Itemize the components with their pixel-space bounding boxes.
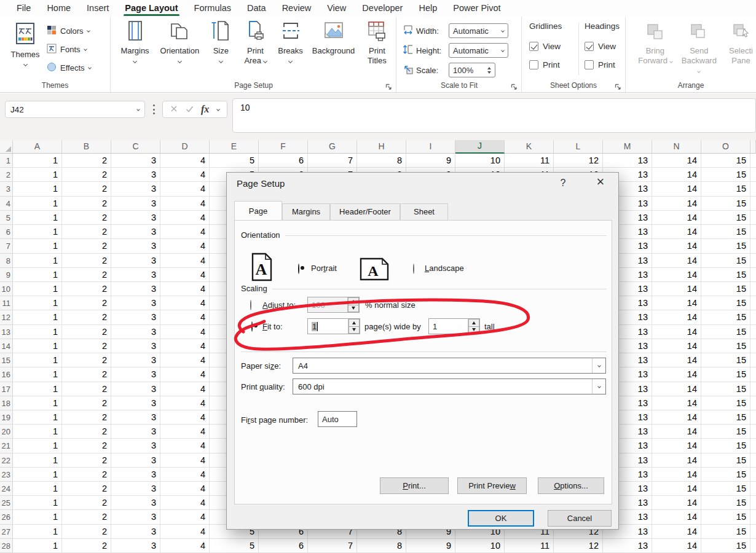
cell-N18[interactable]: 14 — [652, 396, 701, 410]
cell-D5[interactable]: 4 — [160, 211, 210, 225]
row-header-5[interactable]: 5 — [0, 211, 13, 225]
row-header-15[interactable]: 15 — [0, 353, 13, 367]
cell-C1[interactable]: 3 — [111, 154, 160, 168]
cell-O9[interactable]: 15 — [701, 268, 750, 282]
column-header-B[interactable]: B — [62, 140, 111, 154]
cell-J28[interactable]: 10 — [455, 539, 505, 553]
checkbox-icon[interactable] — [585, 60, 594, 69]
cell-A24[interactable]: 1 — [13, 482, 62, 496]
cell-A25[interactable]: 1 — [13, 496, 62, 510]
cell-B15[interactable]: 2 — [62, 353, 111, 367]
cell-O2[interactable]: 15 — [701, 168, 750, 182]
row-header-12[interactable]: 12 — [0, 310, 13, 324]
cell-D16[interactable]: 4 — [160, 367, 210, 382]
cell-B23[interactable]: 2 — [62, 468, 111, 482]
cell-A5[interactable]: 1 — [13, 211, 62, 225]
cell-A10[interactable]: 1 — [13, 282, 62, 296]
cell-D24[interactable]: 4 — [160, 482, 210, 496]
enter-entry-icon[interactable] — [186, 104, 194, 115]
cell-E28[interactable]: 5 — [210, 539, 259, 553]
checkbox-icon[interactable] — [529, 60, 538, 69]
cell-C6[interactable]: 3 — [111, 225, 160, 239]
cell-A21[interactable]: 1 — [13, 439, 62, 453]
cancel-button[interactable]: Cancel — [548, 510, 612, 527]
cell-N1[interactable]: 14 — [652, 154, 701, 168]
cell-I28[interactable]: 9 — [406, 539, 455, 553]
cell-B8[interactable]: 2 — [62, 254, 111, 268]
name-box-chevron-icon[interactable] — [136, 108, 140, 111]
cell-A2[interactable]: 1 — [13, 168, 62, 182]
orientation-button[interactable]: Orientation — [156, 17, 203, 63]
cell-D14[interactable]: 4 — [160, 339, 210, 353]
cell-N17[interactable]: 14 — [652, 382, 701, 396]
cell-A19[interactable]: 1 — [13, 410, 62, 425]
fonts-button[interactable]: Fonts — [47, 40, 91, 58]
cell-A14[interactable]: 1 — [13, 339, 62, 353]
cell-C19[interactable]: 3 — [111, 410, 160, 425]
cell-N19[interactable]: 14 — [652, 410, 701, 425]
cell-B5[interactable]: 2 — [62, 211, 111, 225]
cell-C21[interactable]: 3 — [111, 439, 160, 453]
cell-C3[interactable]: 3 — [111, 182, 160, 196]
cell-K1[interactable]: 11 — [505, 154, 554, 168]
height-combo[interactable]: Automatic — [449, 43, 508, 58]
cell-O23[interactable]: 15 — [701, 468, 750, 482]
cell-O24[interactable]: 15 — [701, 482, 750, 496]
cell-C7[interactable]: 3 — [111, 239, 160, 253]
row-header-18[interactable]: 18 — [0, 396, 13, 410]
cell-O21[interactable]: 15 — [701, 439, 750, 453]
cell-N3[interactable]: 14 — [652, 182, 701, 196]
cell-B19[interactable]: 2 — [62, 410, 111, 425]
column-header-G[interactable]: G — [308, 140, 357, 154]
cell-D12[interactable]: 4 — [160, 310, 210, 324]
row-header-26[interactable]: 26 — [0, 510, 13, 524]
menu-tab-home[interactable]: Home — [39, 0, 79, 17]
spinner-buttons-icon[interactable] — [348, 319, 360, 334]
cell-A28[interactable]: 1 — [13, 539, 62, 553]
row-header-25[interactable]: 25 — [0, 496, 13, 510]
cell-C23[interactable]: 3 — [111, 468, 160, 482]
cell-D23[interactable]: 4 — [160, 468, 210, 482]
cell-A23[interactable]: 1 — [13, 468, 62, 482]
spinner-buttons-icon[interactable] — [468, 319, 479, 334]
portrait-label[interactable]: Portrait — [311, 264, 337, 273]
cell-B24[interactable]: 2 — [62, 482, 111, 496]
column-header-M[interactable]: M — [603, 140, 652, 154]
cell-D26[interactable]: 4 — [160, 510, 210, 524]
cell-D4[interactable]: 4 — [160, 197, 210, 211]
cell-O12[interactable]: 15 — [701, 310, 750, 324]
combo-dropdown-icon[interactable] — [592, 379, 605, 394]
colors-button[interactable]: Colors — [47, 22, 91, 40]
fit-to-wide-spinner[interactable]: 1 — [307, 318, 360, 334]
cell-A27[interactable]: 1 — [13, 525, 62, 539]
cell-O19[interactable]: 15 — [701, 410, 750, 425]
cell-B1[interactable]: 2 — [62, 154, 111, 168]
tab-page[interactable]: Page — [234, 201, 282, 220]
cell-N13[interactable]: 14 — [652, 325, 701, 339]
cell-C22[interactable]: 3 — [111, 453, 160, 468]
tab-margins[interactable]: Margins — [282, 203, 330, 220]
fit-to-radio[interactable] — [251, 321, 253, 332]
cell-N4[interactable]: 14 — [652, 197, 701, 211]
cell-F28[interactable]: 6 — [259, 539, 308, 553]
gridlines-print-checkbox[interactable]: Print — [529, 55, 573, 74]
row-header-13[interactable]: 13 — [0, 325, 13, 339]
cell-O28[interactable]: 15 — [701, 539, 750, 553]
cell-F1[interactable]: 6 — [259, 154, 308, 168]
cell-H28[interactable]: 8 — [357, 539, 406, 553]
margins-button[interactable]: Margins — [116, 17, 154, 63]
row-header-27[interactable]: 27 — [0, 525, 13, 539]
cell-N28[interactable]: 14 — [652, 539, 701, 553]
row-header-14[interactable]: 14 — [0, 339, 13, 353]
cell-C15[interactable]: 3 — [111, 353, 160, 367]
cell-B16[interactable]: 2 — [62, 367, 111, 382]
cell-D9[interactable]: 4 — [160, 268, 210, 282]
cell-C13[interactable]: 3 — [111, 325, 160, 339]
cell-N21[interactable]: 14 — [652, 439, 701, 453]
formula-bar-input[interactable]: 10 — [232, 98, 756, 133]
cell-B13[interactable]: 2 — [62, 325, 111, 339]
cell-E1[interactable]: 5 — [210, 154, 259, 168]
cell-D17[interactable]: 4 — [160, 382, 210, 396]
cell-O27[interactable]: 15 — [701, 525, 750, 539]
cell-C5[interactable]: 3 — [111, 211, 160, 225]
